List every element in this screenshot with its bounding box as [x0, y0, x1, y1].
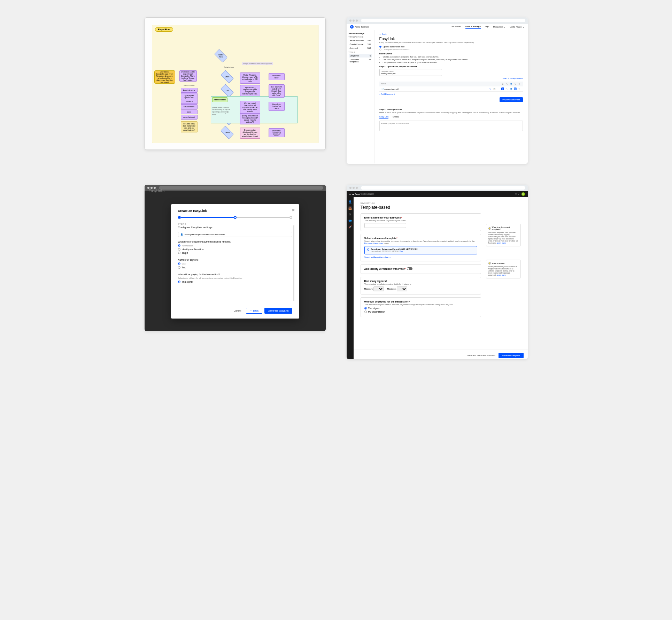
generate-button[interactable]: Generate EasyLink	[499, 353, 523, 358]
easylink-name-input[interactable]	[364, 223, 406, 228]
link-output-box: Please prepare document first	[379, 121, 523, 131]
tab-copy-link[interactable]: Copy Link	[379, 116, 389, 119]
table-cols-label: Table columns	[184, 84, 195, 86]
close-icon[interactable]: ✕	[292, 208, 295, 213]
sidebar-created-by-me[interactable]: Created by me101	[349, 43, 372, 46]
page-desc: EasyLink automates your workflow in minu…	[379, 41, 523, 44]
col-active: active/inactive	[181, 104, 198, 109]
start-node: User access EasyLinks page (from Resourc…	[154, 70, 175, 84]
sidebar-easylinks[interactable]: EasyLinks0	[349, 54, 372, 58]
selected-template[interactable]: Auto Loan Extension Form #34583 NEW 712.…	[364, 246, 477, 254]
col-menu: menu (actions)	[181, 115, 198, 120]
learn-more-link[interactable]: Learn more	[497, 242, 506, 244]
step-label: STEP 2	[178, 223, 292, 225]
logo-icon: N	[350, 25, 354, 29]
chevron-down-icon: ⌄	[504, 26, 505, 28]
max-signers-select[interactable]	[397, 286, 407, 291]
help-icon[interactable]: ⓘ ⌄	[515, 193, 519, 196]
sign-icon[interactable]: ✎	[505, 83, 508, 85]
grid-icon[interactable]: ⊞	[349, 193, 351, 196]
nav-resources[interactable]: Resources ⌄	[493, 25, 505, 29]
doc-templates-link[interactable]: Document templates	[364, 242, 384, 244]
back-button[interactable]: ← Back	[246, 308, 262, 314]
info-proof: 💡What is Proof? Identity verification (P…	[486, 260, 521, 278]
page-flow-badge: Page Flow	[155, 27, 173, 32]
sidebar-all-transactions[interactable]: All transactions241	[349, 39, 372, 42]
proof-logo-icon: ✱	[352, 193, 354, 196]
opt-signer-upload[interactable]: Let signer upload documents	[379, 48, 523, 51]
rail-rocket-icon[interactable]: 🚀	[348, 225, 352, 229]
top-bar: N Acme Business Get started Send + manag…	[347, 24, 528, 30]
gear-blue-icon[interactable]: ⚙	[501, 87, 504, 90]
eye-grey-icon[interactable]: 👁	[518, 87, 521, 90]
opt-esign[interactable]: eSign	[178, 252, 292, 254]
gear-icon[interactable]: ⚙	[501, 83, 504, 85]
opt-upload-now[interactable]: Upload documents now	[379, 46, 523, 48]
avatar[interactable]: CM	[522, 192, 525, 196]
deactivate-response: User clicks "confirm" or "cancel"	[269, 102, 285, 111]
opt-one[interactable]: One	[178, 262, 292, 265]
table-actions-label: Table Actions	[224, 66, 234, 68]
identity-card: Add identity verification with Proof*	[361, 264, 481, 274]
opt-identity[interactable]: Identity confirmation	[178, 248, 292, 251]
col-name: EasyLink name	[181, 88, 198, 93]
opt-two[interactable]: Two	[178, 266, 292, 269]
file-table: NAME ⚙ ✎ 👤 ✎ 👁 📄 notary-form.pdf ✎ 📋	[379, 82, 523, 92]
rail-gear-icon[interactable]: ⚙	[348, 213, 352, 216]
rail-person-icon[interactable]: 👤	[348, 200, 352, 204]
copy-icon[interactable]: 📋	[493, 87, 496, 90]
template-sub: Select a template to provide your own do…	[364, 240, 477, 244]
back-link[interactable]: ← Back	[379, 33, 523, 35]
signer-provides-chip[interactable]: 👤 The signer will provide their own docu…	[178, 232, 292, 237]
opt-notarization[interactable]: Notarization	[178, 244, 292, 247]
person-grey-icon[interactable]: 👤	[510, 87, 512, 90]
rail-send-icon[interactable]: 📤	[348, 206, 352, 210]
template-name-input[interactable]: Template Name notary-form.pdf	[379, 69, 442, 76]
generate-button[interactable]: Generate EasyLink	[264, 308, 292, 314]
sign-grey-icon[interactable]: ✎	[505, 87, 508, 90]
step-3-dot	[289, 216, 292, 219]
breadcrumb: NEW EASYLINK	[361, 202, 481, 204]
nav-send-manage[interactable]: Send + manage	[465, 25, 481, 29]
cancel-link[interactable]: Cancel and return to dashboard	[466, 354, 495, 357]
identity-toggle[interactable]	[407, 267, 412, 270]
opt-signer-pays[interactable]: The signer	[364, 307, 477, 309]
name-heading: Enter a name for your EasyLink	[364, 216, 401, 219]
learn-more-link[interactable]: Learn more	[497, 274, 506, 276]
prepare-document-button[interactable]: Prepare Document	[500, 97, 523, 102]
person-icon[interactable]: 👤	[510, 83, 512, 85]
pencil-icon[interactable]: ✎	[489, 87, 492, 90]
step2-heading: Step 2: Share your link	[379, 108, 523, 110]
edit-blue-icon[interactable]: ✎	[514, 87, 517, 90]
lightbulb-icon: 💡	[488, 262, 491, 265]
nav-sign[interactable]: Sign	[485, 25, 489, 29]
cancel-button[interactable]: Cancel	[231, 308, 244, 313]
tab-embed[interactable]: Embed	[393, 116, 399, 119]
view-template-link[interactable]: View	[400, 250, 403, 252]
page-title: EasyLink	[379, 37, 523, 41]
add-document-link[interactable]: + Add Document	[379, 93, 523, 95]
sidebar: Send & manage TRANSACTIONS All transacti…	[347, 30, 374, 163]
set-requirements-link[interactable]: Select to set requirements	[379, 77, 523, 79]
org-logo[interactable]: N Acme Business	[350, 25, 369, 29]
address-bar[interactable]	[361, 19, 525, 22]
sidebar-templates[interactable]: Document templates23	[349, 58, 372, 63]
sidebar-archived[interactable]: Archived560	[349, 46, 372, 50]
active-inactive-label: Active/Inactive	[212, 97, 227, 102]
how-it-works-list: Create a document template that you can …	[379, 56, 523, 63]
eye-icon[interactable]: 👁	[518, 83, 521, 85]
nav-get-started[interactable]: Get started	[451, 25, 461, 29]
min-signers-select[interactable]	[373, 286, 384, 291]
file-row[interactable]: 📄 notary-form.pdf ✎ 📋 ⚙ ✎ 👤 ✎ 👁	[379, 86, 523, 92]
diff-template-link[interactable]: Select a different template →	[364, 256, 477, 258]
edit-icon[interactable]: ✎	[514, 83, 517, 85]
col-payer: payer	[181, 109, 198, 114]
modal-title: Create an EasyLink	[178, 209, 292, 213]
nav-user[interactable]: Leslie Knope ⌄	[510, 25, 524, 29]
scrollbar[interactable]	[293, 225, 294, 301]
opt-signer-pays[interactable]: The signer	[178, 281, 292, 283]
opt-org-pays[interactable]: My organization	[364, 311, 477, 313]
template-card: Select a document template* Select a tem…	[361, 234, 481, 261]
lightbulb-icon: 💡	[488, 227, 491, 230]
rail-users-icon[interactable]: 👥	[348, 219, 352, 222]
